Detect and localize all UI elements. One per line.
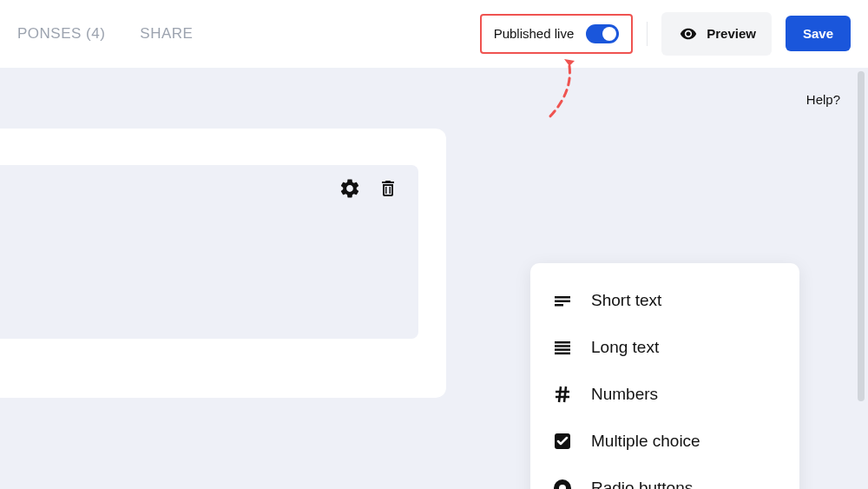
svg-line-12	[564, 387, 566, 402]
tab-responses[interactable]: PONSES (4)	[17, 25, 105, 43]
svg-rect-1	[390, 187, 391, 194]
radio-icon	[551, 477, 574, 489]
publish-toggle[interactable]	[586, 24, 619, 43]
gear-icon[interactable]	[339, 177, 361, 200]
field-item-radio-buttons[interactable]: Radio buttons	[530, 465, 799, 489]
help-link[interactable]: Help?	[806, 92, 840, 107]
question-block[interactable]	[0, 165, 418, 339]
save-button[interactable]: Save	[786, 16, 851, 51]
field-type-menu: Short text Long text	[530, 263, 799, 489]
form-card	[0, 129, 446, 398]
editor-canvas: Help?	[0, 68, 868, 489]
toolbar-tabs: PONSES (4) SHARE	[17, 25, 193, 43]
toggle-knob	[602, 27, 616, 41]
preview-button[interactable]: Preview	[661, 12, 772, 56]
svg-rect-3	[555, 301, 570, 303]
question-actions	[339, 177, 399, 200]
checkbox-icon	[551, 430, 574, 453]
annotation-arrow-icon	[538, 59, 590, 137]
top-toolbar: PONSES (4) SHARE Published live Preview …	[0, 0, 868, 68]
field-label: Radio buttons	[591, 479, 693, 489]
publish-status-box: Published live	[480, 14, 634, 54]
svg-rect-6	[555, 345, 570, 347]
svg-rect-8	[555, 353, 570, 355]
tab-share[interactable]: SHARE	[140, 25, 193, 43]
scrollbar[interactable]	[858, 71, 865, 401]
toolbar-divider	[647, 22, 648, 46]
toolbar-actions: Published live Preview Save	[480, 12, 851, 56]
short-text-icon	[551, 289, 574, 312]
field-label: Numbers	[591, 385, 658, 404]
trash-icon[interactable]	[377, 177, 399, 200]
field-label: Long text	[591, 338, 659, 357]
preview-label: Preview	[707, 26, 756, 41]
hash-icon	[551, 383, 574, 406]
svg-line-11	[559, 387, 561, 402]
field-item-numbers[interactable]: Numbers	[530, 371, 799, 418]
field-label: Short text	[591, 291, 661, 310]
svg-rect-7	[555, 348, 570, 351]
svg-rect-5	[555, 341, 570, 344]
svg-rect-4	[555, 304, 563, 307]
field-item-long-text[interactable]: Long text	[530, 324, 799, 371]
svg-rect-2	[555, 296, 570, 299]
svg-rect-0	[385, 187, 387, 194]
long-text-icon	[551, 336, 574, 359]
field-item-multiple-choice[interactable]: Multiple choice	[530, 418, 799, 465]
field-item-short-text[interactable]: Short text	[530, 277, 799, 324]
publish-label: Published live	[494, 26, 575, 41]
eye-icon	[677, 23, 700, 45]
field-label: Multiple choice	[591, 432, 700, 451]
